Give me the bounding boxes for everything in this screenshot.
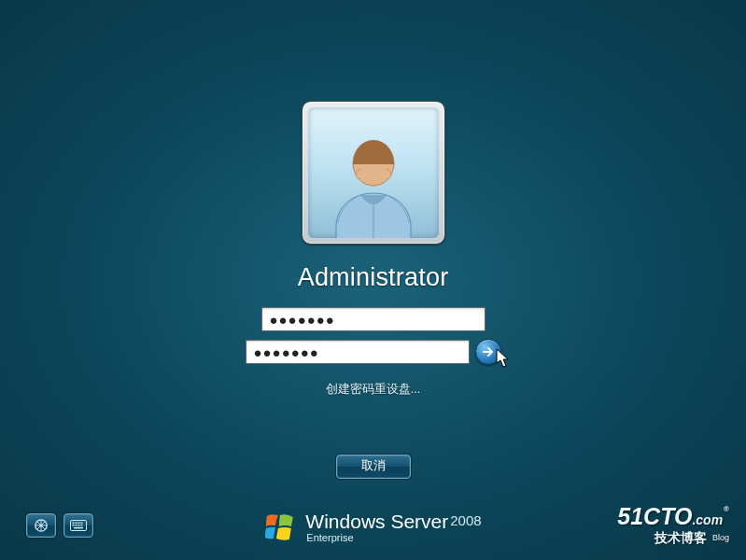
svg-rect-13	[74, 527, 83, 529]
cancel-button[interactable]: 取消	[336, 455, 411, 479]
keyboard-icon	[70, 520, 87, 531]
svg-rect-9	[73, 525, 75, 526]
password-reset-disk-link[interactable]: 创建密码重设盘...	[326, 382, 420, 398]
password-field-1[interactable]	[261, 307, 486, 331]
on-screen-keyboard-button[interactable]	[63, 513, 93, 538]
brand-server: Server	[390, 511, 448, 532]
windows-branding: Windows Server2008 Enterprise	[264, 511, 481, 543]
watermark-sub-en: Blog	[712, 533, 729, 542]
svg-point-3	[39, 524, 42, 526]
submit-arrow-button[interactable]	[475, 339, 501, 365]
brand-edition: Enterprise	[306, 532, 481, 543]
windows-logo-icon	[264, 512, 294, 542]
watermark-site: 51CTO	[617, 503, 692, 529]
svg-rect-6	[76, 523, 77, 525]
svg-rect-7	[78, 523, 80, 525]
brand-windows: Windows	[305, 511, 385, 532]
svg-rect-10	[76, 525, 77, 526]
watermark-sub-cn: 技术博客	[655, 530, 707, 545]
svg-rect-5	[73, 523, 75, 525]
person-icon	[317, 126, 429, 238]
svg-rect-11	[78, 525, 80, 526]
brand-year: 2008	[450, 512, 481, 528]
watermark-dotcom: .com	[692, 512, 723, 527]
arrow-right-icon	[482, 345, 495, 358]
ease-of-access-button[interactable]	[26, 513, 56, 538]
watermark: 51CTO.com® 技术博客Blog	[617, 505, 729, 547]
watermark-registered: ®	[724, 505, 729, 513]
username-label: Administrator	[298, 263, 449, 292]
accessibility-icon	[34, 518, 49, 533]
password-field-2[interactable]	[246, 340, 470, 364]
svg-rect-8	[81, 523, 83, 525]
svg-rect-12	[81, 525, 83, 526]
user-avatar	[302, 101, 445, 245]
